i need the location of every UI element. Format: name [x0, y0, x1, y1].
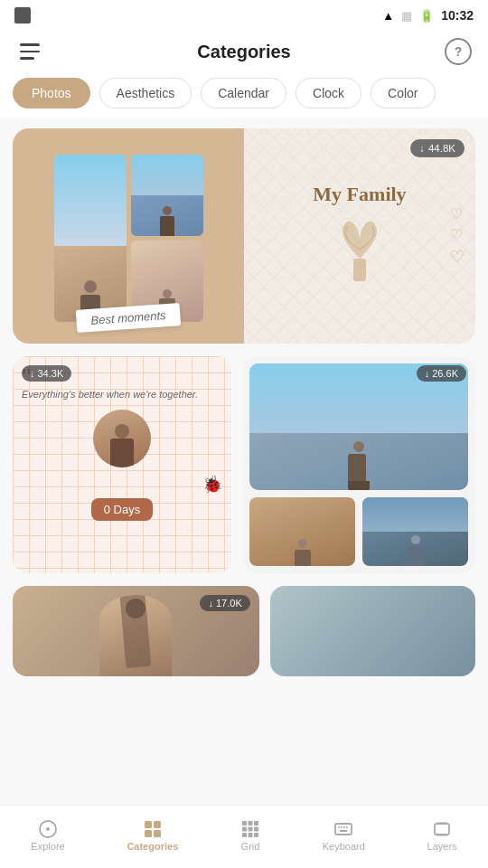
- svg-rect-16: [335, 824, 352, 835]
- photo-small-1: [249, 497, 355, 566]
- categories-icon: [143, 819, 163, 839]
- nav-keyboard-label: Keyboard: [323, 841, 365, 852]
- bottom-nav: Explore Categories Grid: [0, 805, 488, 868]
- download-badge-card1: ↓ 44.8K: [410, 139, 465, 157]
- svg-rect-15: [254, 833, 258, 837]
- download-icon-card2: ↓: [30, 368, 35, 379]
- svg-rect-11: [248, 826, 252, 831]
- page-title: Categories: [197, 42, 290, 62]
- keyboard-icon: [333, 819, 353, 839]
- explore-icon: [38, 819, 58, 839]
- photo-small-2: [362, 497, 468, 566]
- download-icon-card1: ↓: [419, 143, 425, 154]
- nav-keyboard[interactable]: Keyboard: [314, 816, 374, 855]
- heart-icon-1: ♡: [450, 205, 465, 222]
- help-icon: ?: [455, 44, 463, 59]
- svg-rect-5: [145, 830, 152, 837]
- photo-row-bottom: [249, 497, 468, 566]
- aesthetic-card-content: " Everything's better when we're togethe…: [13, 356, 231, 573]
- hamburger-line-1: [20, 43, 40, 46]
- svg-rect-0: [353, 259, 366, 281]
- tab-aesthetics[interactable]: Aesthetics: [99, 78, 192, 108]
- card-aesthetic[interactable]: " Everything's better when we're togethe…: [13, 356, 231, 573]
- plant-illustration: [328, 213, 391, 289]
- tab-calendar[interactable]: Calendar: [201, 78, 286, 108]
- wifi-icon: ▲: [382, 9, 394, 23]
- svg-rect-8: [248, 821, 252, 826]
- photo-thumb-1: [54, 155, 127, 322]
- svg-rect-10: [242, 826, 247, 831]
- nav-categories[interactable]: Categories: [117, 816, 187, 855]
- svg-rect-4: [154, 821, 161, 828]
- time-display: 10:32: [441, 8, 474, 23]
- svg-rect-9: [254, 821, 258, 826]
- svg-rect-6: [154, 830, 161, 837]
- svg-rect-23: [436, 822, 447, 824]
- photo-collage: [45, 142, 212, 331]
- download-icon-card3: ↓: [425, 368, 430, 379]
- nav-layers[interactable]: Layers: [418, 816, 466, 855]
- nav-categories-label: Categories: [127, 841, 178, 852]
- card-my-family[interactable]: Best moments My Family ♡ ♡: [13, 128, 475, 344]
- svg-rect-3: [145, 821, 152, 828]
- hamburger-line-2: [20, 51, 40, 53]
- card-bottom-left[interactable]: ↓ 17.0K: [13, 586, 259, 676]
- days-badge: 0 Days: [91, 498, 153, 521]
- download-count-card3: 26.6K: [432, 368, 458, 379]
- card-row-bottom: ↓ 17.0K: [13, 586, 475, 676]
- svg-rect-12: [254, 826, 258, 831]
- hamburger-button[interactable]: [16, 40, 43, 63]
- card-photo-grid[interactable]: ↓ 26.6K: [242, 356, 475, 573]
- heart-icon-2: ♡: [450, 226, 465, 243]
- battery-icon: 🔋: [419, 9, 434, 23]
- download-count-card4: 17.0K: [216, 598, 242, 609]
- card-bottom-right[interactable]: [270, 586, 475, 676]
- nav-grid[interactable]: Grid: [231, 816, 269, 855]
- download-badge-card4: ↓ 17.0K: [200, 595, 249, 611]
- nav-explore[interactable]: Explore: [22, 816, 73, 855]
- tab-clock[interactable]: Clock: [296, 78, 361, 108]
- grid-icon: [240, 819, 260, 839]
- hearts-decoration: ♡ ♡ ♡: [450, 205, 465, 267]
- card-right-panel: My Family ♡ ♡ ♡: [244, 128, 475, 344]
- person-circle-photo: [93, 410, 151, 467]
- layers-icon: [432, 819, 452, 839]
- nav-grid-label: Grid: [241, 841, 260, 852]
- quote-text: Everything's better when we're together.: [22, 387, 222, 402]
- download-icon-card4: ↓: [208, 598, 213, 609]
- card-left-panel: Best moments: [13, 128, 244, 344]
- download-badge-card2: ↓ 34.3K: [22, 365, 71, 382]
- download-count-card1: 44.8K: [428, 143, 455, 154]
- svg-rect-7: [242, 821, 247, 826]
- nav-explore-label: Explore: [31, 841, 64, 852]
- photo-thumb-2: [131, 155, 203, 236]
- svg-rect-22: [435, 824, 449, 835]
- tab-photos[interactable]: Photos: [13, 78, 90, 108]
- heart-icon-3: ♡: [450, 247, 465, 267]
- category-tabs: Photos Aesthetics Calendar Clock Color: [0, 72, 488, 118]
- svg-point-2: [46, 827, 50, 831]
- download-badge-card3: ↓ 26.6K: [417, 365, 466, 382]
- nav-layers-label: Layers: [427, 841, 457, 852]
- help-button[interactable]: ?: [445, 38, 472, 65]
- svg-rect-13: [242, 833, 247, 837]
- photo-large-portrait: [249, 363, 468, 490]
- app-icon-square: [14, 7, 31, 24]
- svg-rect-24: [436, 835, 447, 836]
- hamburger-line-3: [20, 57, 34, 60]
- signal-icon: ▦: [401, 9, 412, 23]
- download-count-card2: 34.3K: [38, 368, 64, 379]
- main-content: Best moments My Family ♡ ♡: [0, 118, 488, 790]
- status-right: ▲ ▦ 🔋 10:32: [382, 8, 474, 23]
- svg-rect-14: [248, 833, 252, 837]
- status-bar: ▲ ▦ 🔋 10:32: [0, 0, 488, 29]
- card-row-1: " Everything's better when we're togethe…: [13, 356, 475, 573]
- family-title: My Family: [313, 183, 406, 206]
- tab-color[interactable]: Color: [371, 78, 435, 108]
- header: Categories ?: [0, 29, 488, 72]
